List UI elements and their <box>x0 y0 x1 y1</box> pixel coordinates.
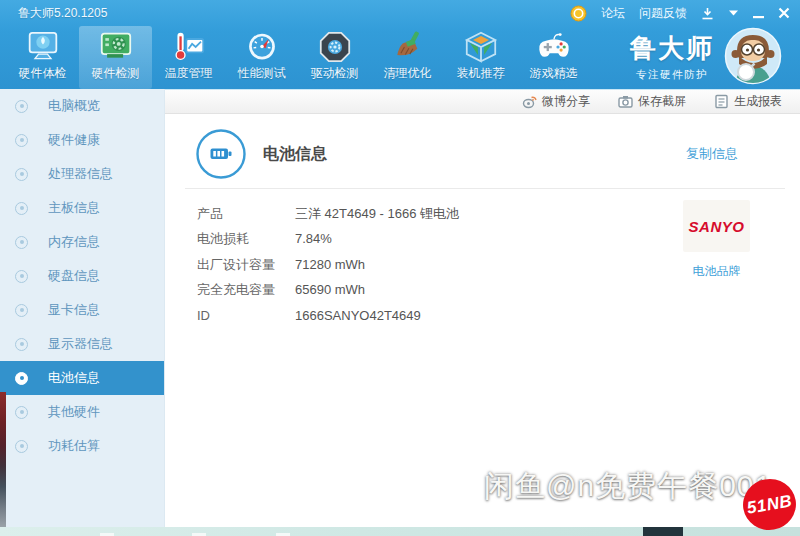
sanyo-logo: SANYO <box>689 218 745 235</box>
sidebar-item-gpu-info[interactable]: 显卡信息 <box>0 293 164 327</box>
close-button[interactable] <box>778 7 790 19</box>
tab-temperature[interactable]: 温度管理 <box>152 26 225 89</box>
menu-caret-icon[interactable] <box>728 9 739 17</box>
sidebar-item-disk-info[interactable]: 硬盘信息 <box>0 259 164 293</box>
row-value: 1666SANYO42T4649 <box>295 303 421 328</box>
tab-label: 装机推荐 <box>457 65 505 82</box>
battery-info-table: 产品 三洋 42T4649 - 1666 锂电池 电池损耗 7.84% 出厂设计… <box>197 201 459 328</box>
save-screenshot-button[interactable]: 保存截屏 <box>618 93 686 110</box>
radio-icon <box>15 100 28 113</box>
table-row: 完全充电容量 65690 mWh <box>197 277 459 302</box>
radio-icon <box>15 236 28 249</box>
gpu-card-icon <box>97 31 135 63</box>
tab-performance-test[interactable]: 性能测试 <box>225 26 298 89</box>
battery-info-header: 电池信息 复制信息 <box>195 128 780 180</box>
broom-icon <box>389 31 427 63</box>
brand-name: 鲁大师 <box>630 31 714 66</box>
tab-hardware-checkup[interactable]: 硬件体检 <box>6 26 79 89</box>
tab-label: 清理优化 <box>384 65 432 82</box>
tab-label: 硬件体检 <box>19 65 67 82</box>
tab-label: 温度管理 <box>165 65 213 82</box>
camera-icon <box>618 94 633 109</box>
share-icon[interactable] <box>701 7 714 20</box>
radio-icon <box>15 270 28 283</box>
radio-icon <box>15 134 28 147</box>
radio-icon <box>15 202 28 215</box>
sidebar-item-label: 电池信息 <box>48 369 100 387</box>
row-label: 产品 <box>197 201 295 226</box>
sidebar-item-other-hardware[interactable]: 其他硬件 <box>0 395 164 429</box>
table-row: 电池损耗 7.84% <box>197 226 459 251</box>
sidebar-item-label: 功耗估算 <box>48 437 100 455</box>
sidebar-item-label: 硬盘信息 <box>48 267 100 285</box>
minimize-button[interactable] <box>753 8 764 19</box>
main-toolbar: 硬件体检 硬件检测 <box>6 26 590 89</box>
gauge-icon <box>243 31 281 63</box>
row-value: 71280 mWh <box>295 252 365 277</box>
tab-build-recommend[interactable]: 装机推荐 <box>444 26 517 89</box>
desktop-taskbar-strip <box>0 527 800 536</box>
titlebar: 鲁大师5.20.1205 论坛 问题反馈 <box>0 0 800 26</box>
sidebar-item-hardware-health[interactable]: 硬件健康 <box>0 123 164 157</box>
row-value: 7.84% <box>295 226 332 251</box>
sidebar-item-motherboard-info[interactable]: 主板信息 <box>0 191 164 225</box>
row-value: 65690 mWh <box>295 277 365 302</box>
app-header: 鲁大师5.20.1205 论坛 问题反馈 <box>0 0 800 89</box>
row-label: 出厂设计容量 <box>197 252 295 277</box>
row-label: 电池损耗 <box>197 226 295 251</box>
screen: 鲁大师5.20.1205 论坛 问题反馈 <box>0 0 800 536</box>
sub-action-label: 生成报表 <box>734 93 782 110</box>
sidebar-item-monitor-info[interactable]: 显示器信息 <box>0 327 164 361</box>
sidebar-item-power-estimate[interactable]: 功耗估算 <box>0 429 164 463</box>
radio-icon <box>15 406 28 419</box>
app-title: 鲁大师5.20.1205 <box>18 5 107 22</box>
monitor-drop-icon <box>24 31 62 63</box>
sidebar-item-label: 显示器信息 <box>48 335 113 353</box>
copy-info-link[interactable]: 复制信息 <box>686 145 738 163</box>
tab-label: 性能测试 <box>238 65 286 82</box>
tab-game-picks[interactable]: 游戏精选 <box>517 26 590 89</box>
sidebar-item-label: 显卡信息 <box>48 301 100 319</box>
sidebar-item-memory-info[interactable]: 内存信息 <box>0 225 164 259</box>
radio-icon <box>15 304 28 317</box>
cube-icon <box>462 31 500 63</box>
tab-label: 硬件检测 <box>92 65 140 82</box>
sidebar-item-label: 处理器信息 <box>48 165 113 183</box>
sidebar-item-battery-info[interactable]: 电池信息 <box>0 361 164 395</box>
sidebar-item-cpu-info[interactable]: 处理器信息 <box>0 157 164 191</box>
sidebar-item-label: 其他硬件 <box>48 403 100 421</box>
secondary-toolbar: 微博分享 保存截屏 生成报表 <box>165 89 800 114</box>
mascot-avatar <box>724 27 782 85</box>
gamepad-icon <box>535 31 573 63</box>
table-row: 产品 三洋 42T4649 - 1666 锂电池 <box>197 201 459 226</box>
weibo-share-button[interactable]: 微博分享 <box>522 93 590 110</box>
row-label: 完全充电容量 <box>197 277 295 302</box>
forum-link[interactable]: 论坛 <box>601 5 625 22</box>
sidebar-item-label: 电脑概览 <box>48 97 100 115</box>
report-icon <box>714 94 729 109</box>
sidebar-item-pc-overview[interactable]: 电脑概览 <box>0 89 164 123</box>
tab-hardware-detect[interactable]: 硬件检测 <box>79 26 152 89</box>
page-title: 电池信息 <box>263 144 327 165</box>
medal-icon[interactable] <box>570 5 587 22</box>
radio-icon <box>15 440 28 453</box>
sub-action-label: 微博分享 <box>542 93 590 110</box>
header-divider <box>185 188 785 189</box>
taskbar-dark-block <box>643 527 683 536</box>
brand-caption: 电池品牌 <box>683 263 750 280</box>
tab-driver-detect[interactable]: 驱动检测 <box>298 26 371 89</box>
tab-label: 驱动检测 <box>311 65 359 82</box>
row-value: 三洋 42T4649 - 1666 锂电池 <box>295 201 459 226</box>
battery-icon <box>195 128 247 180</box>
51nb-badge-label: 51NB <box>745 491 793 519</box>
feedback-link[interactable]: 问题反馈 <box>639 5 687 22</box>
radio-icon <box>15 372 28 385</box>
battery-brand-block: SANYO 电池品牌 <box>683 200 750 280</box>
row-label: ID <box>197 303 295 328</box>
watermark-text: 闲鱼@n免费午餐001 <box>484 466 772 507</box>
table-row: ID 1666SANYO42T4649 <box>197 303 459 328</box>
sidebar-item-label: 主板信息 <box>48 199 100 217</box>
tab-label: 游戏精选 <box>530 65 578 82</box>
tab-clean-optimize[interactable]: 清理优化 <box>371 26 444 89</box>
generate-report-button[interactable]: 生成报表 <box>714 93 782 110</box>
